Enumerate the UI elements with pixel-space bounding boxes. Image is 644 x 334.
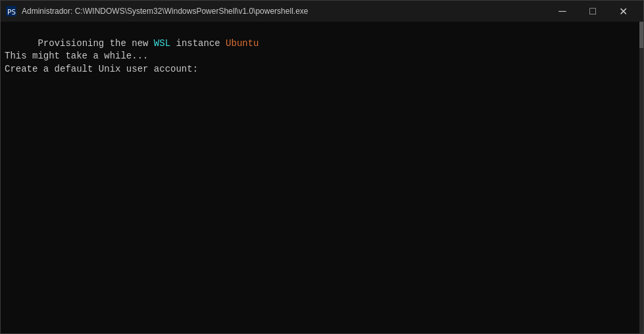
title-bar-text: Administrador: C:\WINDOWS\System32\Windo… <box>22 7 547 16</box>
svg-text:PS: PS <box>7 8 16 16</box>
title-bar: PS Administrador: C:\WINDOWS\System32\Wi… <box>1 1 643 22</box>
line1-wsl: WSL <box>154 38 170 49</box>
scrollbar-thumb <box>639 22 643 48</box>
line1: Provisioning the new WSL instance Ubuntu <box>37 38 259 49</box>
line3: Create a default Unix user account: <box>5 64 198 74</box>
terminal-body[interactable]: Provisioning the new WSL instance Ubuntu… <box>1 22 643 333</box>
maximize-button[interactable]: □ <box>578 1 608 22</box>
window-controls: ─ □ ✕ <box>547 1 638 22</box>
line1-prefix: Provisioning the new <box>37 38 153 49</box>
minimize-button[interactable]: ─ <box>547 1 578 22</box>
powershell-window: PS Administrador: C:\WINDOWS\System32\Wi… <box>0 0 644 334</box>
window-icon: PS <box>6 6 16 16</box>
terminal-output: Provisioning the new WSL instance Ubuntu… <box>5 24 639 76</box>
close-button[interactable]: ✕ <box>608 1 638 22</box>
line1-ubuntu: Ubuntu <box>226 38 259 49</box>
line2: This might take a while... <box>5 51 148 61</box>
scrollbar[interactable] <box>639 22 643 333</box>
line1-middle: instance <box>170 38 226 49</box>
